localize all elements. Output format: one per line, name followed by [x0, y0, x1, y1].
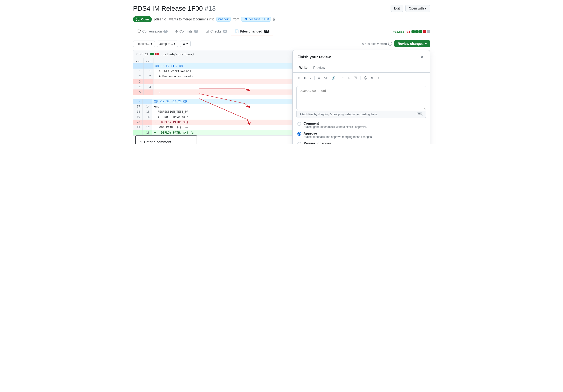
tab-checks-count: 0 — [223, 30, 227, 33]
comment-textarea[interactable] — [296, 86, 426, 110]
pr-icon — [136, 17, 140, 21]
tab-checks-label: Checks — [210, 29, 221, 33]
tab-files-changed-label: Files changed — [240, 29, 262, 33]
tab-commits[interactable]: ⊙ Commits 2 — [171, 27, 202, 36]
popup-toolbar: H B I ≡ <> 🔗 • 1. ☑ @ ↺ ↩ — [293, 73, 430, 83]
target-branch[interactable]: master — [216, 17, 231, 22]
pr-header: PDS4 IM Release 1F00 #13 Edit Open with — [133, 5, 430, 12]
from-text: from — [233, 17, 239, 21]
source-branch[interactable]: IM_release_1F00 — [241, 17, 271, 22]
radio-request-changes[interactable] — [297, 142, 301, 144]
popup-tabs: Write Preview — [293, 63, 430, 73]
tab-files-changed-count: 26 — [264, 30, 269, 33]
chevron-down-icon-3: ▾ — [186, 42, 188, 46]
pr-tabs: 💬 Conversation 0 ⊙ Commits 2 ☑ Checks 0 … — [133, 27, 430, 36]
toolbar-bold-button[interactable]: B — [303, 75, 308, 81]
popup-close-button[interactable]: ✕ — [419, 54, 425, 60]
review-changes-label: Review changes — [398, 42, 423, 46]
status-text: Open — [141, 18, 149, 21]
review-changes-button[interactable]: Review changes ▾ — [394, 40, 430, 47]
chevron-down-icon: ▾ — [151, 42, 152, 46]
collapse-button[interactable]: ▾ — [136, 52, 138, 56]
jump-to-button[interactable]: Jump to... ▾ — [157, 40, 178, 47]
tab-checks[interactable]: ☑ Checks 0 — [202, 27, 231, 36]
diff-bar-seg-4 — [423, 30, 426, 33]
additions-count: +33,663 — [393, 30, 404, 33]
files-toolbar: File filter... ▾ Jump to... ▾ ⚙ ▾ 0 / 26… — [133, 40, 430, 47]
file-diff-bar — [150, 53, 159, 55]
toolbar-heading-button[interactable]: H — [296, 75, 302, 81]
radio-comment[interactable] — [297, 122, 301, 126]
option-request-changes[interactable]: Request changes Submit feedback that mus… — [297, 142, 425, 144]
popup-header: Finish your review ✕ — [293, 50, 430, 63]
diff-bar-seg-1 — [411, 30, 415, 33]
file-path: .github/workflows/ — [161, 52, 194, 56]
settings-button[interactable]: ⚙ ▾ — [180, 40, 191, 47]
toolbar-checkbox-button[interactable]: ☑ — [352, 75, 358, 81]
toolbar-italic-button[interactable]: I — [309, 75, 313, 81]
toolbar-code-button[interactable]: <> — [322, 75, 329, 81]
toolbar-left: File filter... ▾ Jump to... ▾ ⚙ ▾ — [133, 40, 191, 47]
instruction-box: 1. Enter a comment 2. Select "Approve" o… — [135, 135, 197, 144]
chevron-down-icon-4: ▾ — [425, 42, 427, 46]
option-comment-desc: Submit general feedback without explicit… — [304, 125, 367, 129]
toolbar-unordered-list-button[interactable]: • — [341, 75, 345, 81]
diff-bar-seg-2 — [415, 30, 419, 33]
info-icon[interactable]: i — [388, 42, 392, 46]
copy-icon[interactable]: ⎘ — [273, 17, 275, 21]
attach-note: Attach files by dragging & dropping, sel… — [296, 111, 426, 118]
popup-tab-preview[interactable]: Preview — [310, 63, 328, 72]
diff-bar-seg-5 — [427, 30, 430, 33]
file-count: 61 — [145, 52, 148, 56]
tab-files-changed[interactable]: 📄 Files changed 26 — [231, 27, 273, 36]
tab-conversation[interactable]: 💬 Conversation 0 — [133, 27, 171, 36]
toolbar-separator-1 — [314, 76, 315, 80]
pr-title-text: PDS4 IM Release 1F00 — [133, 5, 203, 12]
shield-icon: 🛡 — [140, 52, 143, 56]
jump-to-label: Jump to... — [159, 42, 173, 46]
settings-icon: ⚙ — [183, 42, 185, 46]
mini-bar-4 — [157, 53, 159, 55]
pr-title: PDS4 IM Release 1F00 #13 — [133, 5, 216, 12]
radio-approve[interactable] — [297, 132, 301, 136]
toolbar-right: 0 / 26 files viewed i Review changes ▾ — [362, 40, 430, 47]
pr-author: pdsen-ci — [154, 17, 167, 21]
attach-text: Attach files by dragging & dropping, sel… — [300, 113, 378, 116]
mini-bar-3 — [155, 53, 156, 55]
option-comment-text: Comment Submit general feedback without … — [304, 121, 367, 129]
popup-body: Attach files by dragging & dropping, sel… — [293, 83, 430, 144]
review-popup: Finish your review ✕ Write Preview H B I… — [292, 50, 430, 144]
chevron-down-icon-2: ▾ — [174, 42, 176, 46]
chevron-down-icon — [425, 6, 426, 10]
option-request-changes-label: Request changes — [304, 142, 376, 144]
conversation-icon: 💬 — [137, 29, 141, 33]
option-comment[interactable]: Comment Submit general feedback without … — [297, 121, 425, 129]
checks-icon: ☑ — [206, 29, 209, 33]
toolbar-link-button[interactable]: 🔗 — [330, 75, 337, 81]
tab-conversation-count: 0 — [163, 30, 168, 33]
edit-button[interactable]: Edit — [391, 5, 403, 12]
popup-tab-write[interactable]: Write — [296, 63, 310, 72]
status-badge: Open — [133, 16, 152, 22]
files-viewed-text: 0 / 26 files viewed — [362, 42, 387, 46]
toolbar-undo-button[interactable]: ↩ — [376, 75, 382, 81]
pr-number: #13 — [205, 5, 216, 12]
toolbar-reference-button[interactable]: ↺ — [370, 75, 375, 81]
open-with-button[interactable]: Open with — [405, 5, 430, 12]
commits-icon: ⊙ — [175, 29, 178, 33]
deletions-count: -24 — [406, 30, 410, 33]
option-approve-text: Approve Submit feedback and approve merg… — [304, 131, 372, 139]
toolbar-separator-2 — [339, 76, 339, 80]
popup-tab-preview-label: Preview — [313, 66, 325, 69]
author-name: pdsen-ci — [154, 17, 167, 21]
file-filter-label: File filter... — [136, 42, 150, 46]
header-actions: Edit Open with — [391, 5, 430, 12]
toolbar-mention-button[interactable]: @ — [362, 75, 369, 81]
diff-bar-seg-3 — [419, 30, 422, 33]
tab-commits-label: Commits — [179, 29, 192, 33]
toolbar-ordered-list-button[interactable]: 1. — [346, 75, 352, 81]
file-filter-button[interactable]: File filter... ▾ — [133, 40, 155, 47]
option-approve[interactable]: Approve Submit feedback and approve merg… — [297, 131, 425, 139]
instruction-step-1: 1. Enter a comment — [140, 139, 192, 144]
toolbar-list-button[interactable]: ≡ — [317, 75, 321, 81]
